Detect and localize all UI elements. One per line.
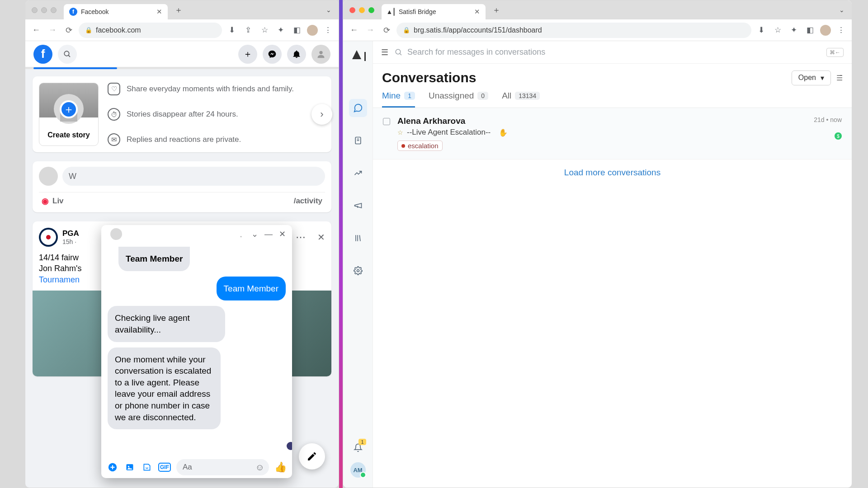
chat-emoji-icon[interactable]: ☺ bbox=[255, 462, 264, 473]
post-time: 15h · bbox=[62, 238, 79, 245]
extensions-icon[interactable]: ✦ bbox=[274, 24, 287, 37]
chat-like-button[interactable]: 👍 bbox=[274, 461, 287, 473]
row-checkbox[interactable] bbox=[383, 118, 390, 125]
nav-back-button[interactable]: ← bbox=[30, 24, 42, 37]
conversation-row[interactable]: Alena Arkharova ☆ --Live Agent Escalatio… bbox=[373, 108, 852, 160]
post-author-name[interactable]: PGA bbox=[62, 229, 79, 238]
close-tab-icon[interactable]: ✕ bbox=[474, 8, 480, 16]
chat-input[interactable]: Aa ☺ bbox=[176, 459, 269, 475]
nav-reload-button[interactable]: ⟳ bbox=[380, 24, 393, 37]
fb-search-button[interactable] bbox=[58, 45, 77, 64]
new-tab-button[interactable]: ＋ bbox=[490, 4, 503, 16]
rail-campaigns-icon[interactable] bbox=[349, 197, 367, 215]
chat-minimize-icon[interactable]: — bbox=[264, 230, 273, 239]
fb-messenger-button[interactable] bbox=[263, 45, 282, 64]
rail-conversations-icon[interactable] bbox=[349, 99, 367, 117]
right-tabstrip: ▲⎮ Satisfi Bridge ✕ ＋ ⌄ bbox=[343, 0, 852, 19]
cursor-icon: ✋ bbox=[499, 128, 508, 137]
nav-forward-button[interactable]: → bbox=[46, 24, 59, 37]
svg-point-5 bbox=[128, 466, 129, 467]
hamburger-icon[interactable]: ☰ bbox=[381, 47, 388, 57]
tablist-dropdown-icon[interactable]: ⌄ bbox=[326, 6, 335, 14]
bell-icon bbox=[292, 50, 301, 59]
chat-add-button[interactable] bbox=[107, 461, 118, 473]
chrome-menu-icon[interactable]: ⋮ bbox=[321, 24, 334, 37]
extensions-icon[interactable]: ✦ bbox=[788, 24, 800, 37]
fb-notifications-button[interactable] bbox=[287, 45, 306, 64]
nav-forward-button[interactable]: → bbox=[364, 24, 377, 37]
fb-profile-button[interactable] bbox=[311, 45, 330, 64]
svg-line-14 bbox=[400, 53, 401, 55]
rail-user-avatar[interactable]: AM bbox=[350, 462, 366, 478]
chat-header-avatar[interactable] bbox=[110, 228, 122, 240]
traffic-close-icon[interactable] bbox=[32, 7, 38, 13]
chat-dropdown-icon[interactable]: ⌄ bbox=[251, 229, 258, 239]
satisfi-logo-icon[interactable] bbox=[351, 50, 365, 61]
chrome-profile-avatar[interactable] bbox=[820, 25, 831, 36]
rail-library-icon[interactable] bbox=[349, 229, 367, 247]
chrome-menu-icon[interactable]: ⋮ bbox=[835, 24, 847, 37]
fb-logo-icon[interactable]: f bbox=[33, 45, 52, 64]
bookmark-star-icon[interactable]: ☆ bbox=[771, 24, 784, 37]
composer-live-button[interactable]: ◉ Liv bbox=[42, 196, 64, 206]
tab-mine[interactable]: Mine 1 bbox=[382, 91, 415, 108]
rail-contacts-icon[interactable] bbox=[349, 131, 367, 150]
chat-sticker-button[interactable] bbox=[141, 461, 153, 473]
status-filter-dropdown[interactable]: Open ▾ bbox=[792, 70, 831, 85]
tab-satisfi[interactable]: ▲⎮ Satisfi Bridge ✕ bbox=[382, 4, 486, 19]
rail-reports-icon[interactable] bbox=[349, 164, 367, 182]
escalation-tag[interactable]: escalation bbox=[397, 141, 443, 151]
close-tab-icon[interactable]: ✕ bbox=[156, 8, 162, 16]
tablist-dropdown-icon[interactable]: ⌄ bbox=[839, 6, 848, 14]
post-hashtag[interactable]: Tournamen bbox=[39, 275, 80, 284]
nav-reload-button[interactable]: ⟳ bbox=[62, 24, 75, 37]
chat-bubble-escalate: One moment while your conversation is es… bbox=[108, 347, 221, 430]
create-story-tile[interactable]: ＋ Create story bbox=[39, 83, 99, 146]
sidepanel-icon[interactable]: ◧ bbox=[291, 24, 303, 37]
share-icon[interactable]: ⇪ bbox=[242, 24, 255, 37]
fb-create-button[interactable]: ＋ bbox=[238, 45, 257, 64]
composer-activity-button[interactable]: /activity bbox=[294, 196, 322, 206]
install-pwa-icon[interactable]: ⬇ bbox=[755, 24, 768, 37]
post-menu-button[interactable]: ⋯ bbox=[292, 231, 309, 243]
tab-all[interactable]: All 13134 bbox=[502, 91, 540, 108]
post-close-button[interactable]: ✕ bbox=[314, 232, 325, 243]
traffic-close-icon[interactable] bbox=[349, 7, 355, 13]
rail-notifications-icon[interactable]: 1 bbox=[354, 443, 363, 452]
chat-image-button[interactable] bbox=[124, 461, 136, 473]
global-search-input[interactable]: Search for messages in conversations bbox=[395, 47, 820, 57]
left-tabstrip: f Facebook ✕ ＋ ⌄ bbox=[25, 0, 339, 19]
fb-compose-fab[interactable] bbox=[299, 443, 325, 469]
load-more-button[interactable]: Load more conversations bbox=[373, 160, 852, 186]
tab-facebook[interactable]: f Facebook ✕ bbox=[64, 4, 168, 19]
traffic-min-icon[interactable] bbox=[41, 7, 47, 13]
facebook-favicon-icon: f bbox=[69, 8, 77, 16]
tab-title: Facebook bbox=[81, 8, 108, 15]
chrome-profile-avatar[interactable] bbox=[307, 25, 318, 36]
filter-icon[interactable]: ☰̄ bbox=[836, 74, 843, 82]
url-field[interactable]: 🔒 facebook.com bbox=[79, 23, 222, 38]
tab-unassigned[interactable]: Unassigned 0 bbox=[429, 91, 488, 108]
rail-settings-icon[interactable] bbox=[349, 262, 367, 280]
nav-back-button[interactable]: ← bbox=[348, 24, 360, 37]
chat-gif-button[interactable]: GIF bbox=[158, 463, 171, 472]
bookmark-star-icon[interactable]: ☆ bbox=[258, 24, 271, 37]
composer-input[interactable]: W bbox=[62, 167, 325, 186]
stories-next-button[interactable]: › bbox=[311, 104, 332, 125]
traffic-max-icon[interactable] bbox=[51, 7, 57, 13]
chat-close-icon[interactable]: ✕ bbox=[279, 229, 286, 239]
install-pwa-icon[interactable]: ⬇ bbox=[226, 24, 238, 37]
star-icon: ☆ bbox=[397, 129, 403, 136]
new-tab-button[interactable]: ＋ bbox=[172, 4, 185, 16]
post-body-line2: Jon Rahm's bbox=[39, 264, 81, 273]
sidepanel-icon[interactable]: ◧ bbox=[804, 24, 816, 37]
traffic-max-icon[interactable] bbox=[368, 7, 374, 13]
url-field[interactable]: 🔒 brg.satis.fi/app/accounts/151/dashboar… bbox=[396, 23, 751, 38]
share-moments-icon: ♡ bbox=[108, 83, 120, 95]
composer-avatar[interactable] bbox=[39, 167, 58, 186]
url-text: brg.satis.fi/app/accounts/151/dashboard bbox=[414, 26, 542, 34]
composer-activity-label: /activity bbox=[294, 197, 322, 206]
story-share-text: Share everyday moments with friends and … bbox=[127, 84, 294, 94]
post-author-avatar[interactable] bbox=[39, 228, 58, 247]
traffic-min-icon[interactable] bbox=[359, 7, 365, 13]
